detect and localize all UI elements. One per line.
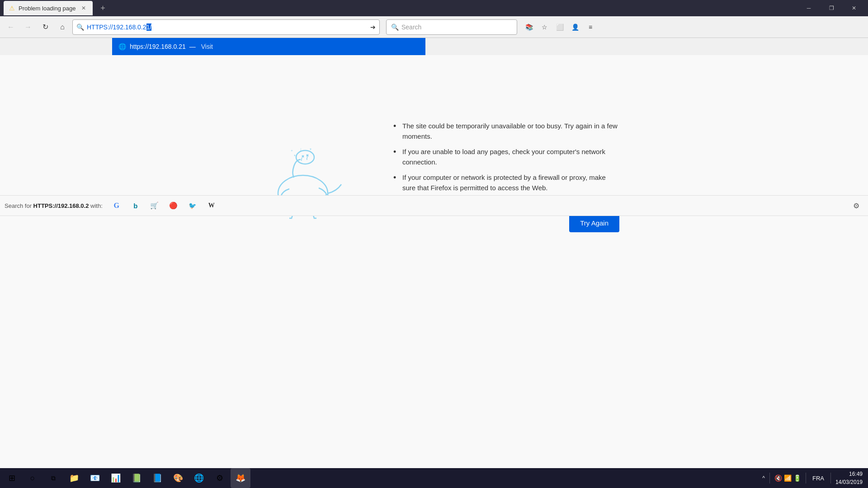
svg-point-1 (296, 150, 314, 164)
google-icon: G (114, 202, 119, 210)
svg-text:*: * (310, 148, 311, 153)
language-indicator[interactable]: FRA (812, 475, 824, 482)
bookmark-button[interactable]: ☆ (537, 20, 552, 34)
taskbar-separator-2 (806, 473, 806, 483)
chrome-button[interactable]: 🌐 (189, 468, 209, 488)
outlook-icon: 📧 (90, 473, 100, 483)
time-display: 16:49 (835, 470, 863, 478)
home-button[interactable]: ⌂ (55, 20, 70, 34)
svg-text:↓: ↓ (299, 146, 302, 153)
svg-text:+: + (291, 149, 293, 153)
try-again-button[interactable]: Try Again (569, 214, 619, 232)
twitter-search-button[interactable]: 🐦 (184, 198, 201, 213)
date-display: 14/03/2019 (835, 478, 863, 486)
powerpoint-icon: 📊 (111, 473, 121, 483)
navigation-bar: ← → ↻ ⌂ 🔍 HTTPS://192.168.0.21/ ➔ 🔍 Sear… (0, 16, 868, 38)
error-bullet-2: If you are unable to load any pages, che… (393, 144, 619, 170)
error-area: ↓ * * + The site could be temporarily un… (0, 91, 868, 259)
search-icon-in-address: 🔍 (76, 23, 84, 31)
clock[interactable]: 16:49 14/03/2019 (835, 470, 863, 486)
twitter-icon: 🐦 (189, 202, 196, 209)
settings-button[interactable]: ⚙ (210, 468, 230, 488)
excel-button[interactable]: 📗 (127, 468, 146, 488)
taskview-button[interactable]: ⧉ (43, 468, 63, 488)
toolbar-icons: 📚 ☆ ⬜ 👤 ≡ (522, 20, 598, 34)
google-search-button[interactable]: G (108, 198, 125, 213)
tab-button[interactable]: ⬜ (552, 20, 567, 34)
bing-icon: b (133, 202, 137, 210)
menu-button[interactable]: ≡ (583, 20, 598, 34)
search-for-label: Search for HTTPS://192.168.0.2 with: (5, 202, 103, 209)
search-engines-bar: Search for HTTPS://192.168.0.2 with: G b… (0, 195, 868, 216)
battery-icon[interactable]: 🔋 (793, 474, 801, 482)
chevron-up-icon[interactable]: ^ (762, 475, 765, 481)
tab-close-button[interactable]: ✕ (80, 5, 87, 12)
chrome-icon: 🌐 (194, 473, 204, 483)
volume-icon[interactable]: 🔇 (774, 474, 782, 482)
address-bar[interactable]: 🔍 HTTPS://192.168.0.21/ ➔ (72, 19, 380, 35)
search-bar[interactable]: 🔍 Search (386, 19, 517, 35)
page-content: Search for HTTPS://192.168.0.2 with: G b… (0, 55, 868, 468)
taskview-icon: ⧉ (51, 474, 56, 482)
forward-button[interactable]: → (21, 20, 35, 34)
taskbar: ⊞ ○ ⧉ 📁 📧 📊 📗 📘 🎨 🌐 ⚙ 🦊 ^ 🔇 📶 🔋 (0, 468, 868, 488)
warning-icon: ⚠ (9, 5, 15, 12)
powerpoint-button[interactable]: 📊 (106, 468, 126, 488)
reload-button[interactable]: ↻ (38, 20, 52, 34)
word-icon: 📘 (152, 473, 162, 483)
amazon-search-button[interactable]: 🛒 (146, 198, 163, 213)
maximize-button[interactable]: ❐ (821, 0, 842, 16)
error-bullets-list: The site could be temporarily unavailabl… (393, 118, 619, 196)
suggestion-action: Visit (201, 43, 213, 50)
network-icon[interactable]: 📶 (784, 474, 792, 482)
error-bullet-3: If your computer or network is protected… (393, 170, 619, 196)
firefox-icon: 🦊 (236, 473, 245, 483)
word-button[interactable]: 📘 (147, 468, 167, 488)
duckduckgo-search-button[interactable]: 🔴 (165, 198, 182, 213)
settings-icon: ⚙ (216, 473, 223, 483)
suggestion-separator: — (189, 43, 196, 50)
duckduckgo-icon: 🔴 (169, 202, 178, 210)
url-text: HTTPS://192.168.0.21/ (87, 23, 368, 31)
go-button[interactable]: ➔ (370, 23, 376, 31)
cortana-icon: ○ (30, 474, 35, 483)
search-button[interactable]: ○ (23, 468, 42, 488)
taskbar-separator (769, 473, 770, 483)
wikipedia-search-button[interactable]: W (203, 198, 220, 213)
paint-button[interactable]: 🎨 (168, 468, 188, 488)
active-tab[interactable]: ⚠ Problem loading page ✕ (4, 1, 93, 15)
close-button[interactable]: ✕ (844, 0, 864, 16)
tab-title: Problem loading page (19, 5, 75, 12)
start-button[interactable]: ⊞ (2, 468, 22, 488)
title-bar: ⚠ Problem loading page ✕ + ─ ❐ ✕ (0, 0, 868, 16)
minimize-button[interactable]: ─ (798, 0, 819, 16)
search-placeholder-text: Search (401, 23, 421, 31)
wikipedia-icon: W (208, 202, 215, 209)
search-keyword: HTTPS://192.168.0.2 (33, 202, 89, 209)
sync-button[interactable]: 👤 (568, 20, 582, 34)
error-bullet-1: The site could be temporarily unavailabl… (393, 118, 619, 144)
new-tab-button[interactable]: + (96, 2, 109, 14)
globe-icon: 🌐 (118, 43, 126, 50)
amazon-icon: 🛒 (150, 202, 159, 210)
firefox-button[interactable]: 🦊 (231, 468, 250, 488)
bing-search-button[interactable]: b (127, 198, 144, 213)
system-tray-icons: 🔇 📶 🔋 (774, 474, 801, 482)
explorer-icon: 📁 (69, 473, 79, 483)
library-button[interactable]: 📚 (522, 20, 536, 34)
svg-text:*: * (294, 154, 296, 159)
search-magnifier-icon: 🔍 (391, 23, 399, 31)
taskbar-separator-3 (830, 473, 831, 483)
taskbar-right: ^ 🔇 📶 🔋 FRA 16:49 14/03/2019 (762, 470, 866, 486)
back-button[interactable]: ← (4, 20, 18, 34)
search-engines-settings-button[interactable]: ⚙ (849, 198, 863, 213)
url-highlight: 1/ (146, 23, 152, 31)
start-icon: ⊞ (9, 473, 15, 483)
window-controls: ─ ❐ ✕ (798, 0, 864, 16)
excel-icon: 📗 (132, 473, 142, 483)
outlook-button[interactable]: 📧 (85, 468, 105, 488)
paint-icon: 🎨 (173, 473, 183, 483)
suggestion-url: https://192.168.0.21 (130, 43, 186, 50)
explorer-button[interactable]: 📁 (64, 468, 84, 488)
url-suggestion-dropdown[interactable]: 🌐 https://192.168.0.21 — Visit (112, 38, 425, 55)
